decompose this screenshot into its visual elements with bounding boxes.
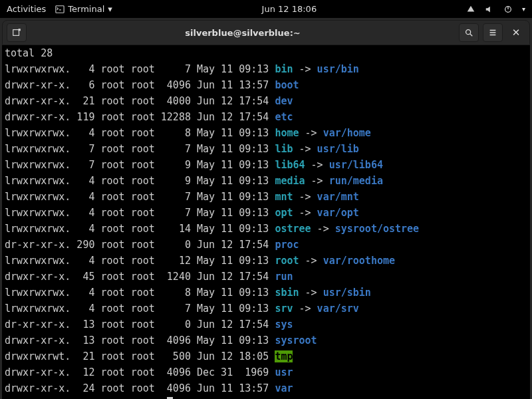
chevron-down-icon: ▾: [522, 5, 525, 13]
hamburger-icon: [488, 28, 497, 37]
ls-row: drwxrwxrwt. 21 root root 500 Jun 12 18:0…: [5, 348, 527, 364]
ls-row: drwxr-xr-x. 24 root root 4096 Jun 11 13:…: [5, 380, 527, 396]
terminal-icon: [55, 5, 65, 14]
ls-row: lrwxrwxrwx. 4 root root 7 May 11 09:13 m…: [5, 189, 527, 205]
svg-line-5: [470, 34, 473, 37]
ls-row: lrwxrwxrwx. 4 root root 8 May 11 09:13 h…: [5, 125, 527, 141]
clock[interactable]: Jun 12 18:06: [262, 4, 317, 14]
ls-row: dr-xr-xr-x. 13 root root 0 Jun 12 17:54 …: [5, 317, 527, 332]
ls-row: lrwxrwxrwx. 4 root root 7 May 11 09:13 s…: [5, 301, 527, 317]
volume-icon[interactable]: [485, 5, 494, 14]
ls-row: lrwxrwxrwx. 4 root root 7 May 11 09:13 b…: [5, 61, 527, 77]
search-icon: [464, 28, 473, 37]
terminal-window: silverblue@silverblue:~ ✕ total 28lrwxrw…: [2, 20, 530, 399]
ls-row: drwxr-xr-x. 6 root root 4096 Jun 11 13:5…: [5, 77, 527, 93]
ls-row: lrwxrwxrwx. 7 root root 7 May 11 09:13 l…: [5, 141, 527, 157]
prompt[interactable]: [silverblue@silverblue ~]$: [5, 396, 527, 399]
close-button[interactable]: ✕: [507, 23, 525, 42]
new-tab-button[interactable]: [7, 23, 27, 42]
close-icon: ✕: [512, 27, 521, 39]
ls-row: lrwxrwxrwx. 4 root root 12 May 11 09:13 …: [5, 253, 527, 269]
svg-rect-3: [13, 30, 19, 36]
ls-row: lrwxrwxrwx. 7 root root 9 May 11 09:13 l…: [5, 157, 527, 173]
terminal-content[interactable]: total 28lrwxrwxrwx. 4 root root 7 May 11…: [2, 45, 530, 399]
svg-point-4: [466, 30, 471, 35]
window-title: silverblue@silverblue:~: [27, 28, 459, 38]
activities-button[interactable]: Activities: [7, 4, 46, 14]
gnome-topbar: Activities Terminal ▾ Jun 12 18:06 ▾: [0, 0, 532, 18]
ls-row: drwxr-xr-x. 13 root root 4096 May 11 09:…: [5, 332, 527, 348]
chevron-down-icon: ▾: [108, 4, 112, 14]
ls-row: lrwxrwxrwx. 4 root root 14 May 11 09:13 …: [5, 221, 527, 237]
menu-button[interactable]: [483, 23, 503, 42]
ls-row: drwxr-xr-x. 12 root root 4096 Dec 31 196…: [5, 364, 527, 380]
power-icon[interactable]: [503, 5, 513, 14]
ls-row: drwxr-xr-x. 21 root root 4000 Jun 12 17:…: [5, 93, 527, 109]
ls-row: lrwxrwxrwx. 4 root root 9 May 11 09:13 m…: [5, 173, 527, 189]
ls-row: dr-xr-xr-x. 290 root root 0 Jun 12 17:54…: [5, 237, 527, 253]
app-menu-label: Terminal: [68, 4, 104, 14]
ls-row: lrwxrwxrwx. 4 root root 8 May 11 09:13 s…: [5, 285, 527, 301]
app-menu[interactable]: Terminal ▾: [55, 4, 112, 14]
titlebar: silverblue@silverblue:~ ✕: [2, 20, 530, 45]
network-icon[interactable]: [466, 5, 475, 14]
ls-row: drwxr-xr-x. 119 root root 12288 Jun 12 1…: [5, 109, 527, 125]
new-tab-icon: [12, 28, 21, 37]
ls-total: total 28: [5, 45, 527, 61]
search-button[interactable]: [459, 23, 479, 42]
ls-row: drwxr-xr-x. 45 root root 1240 Jun 12 17:…: [5, 269, 527, 285]
ls-row: lrwxrwxrwx. 4 root root 7 May 11 09:13 o…: [5, 205, 527, 221]
